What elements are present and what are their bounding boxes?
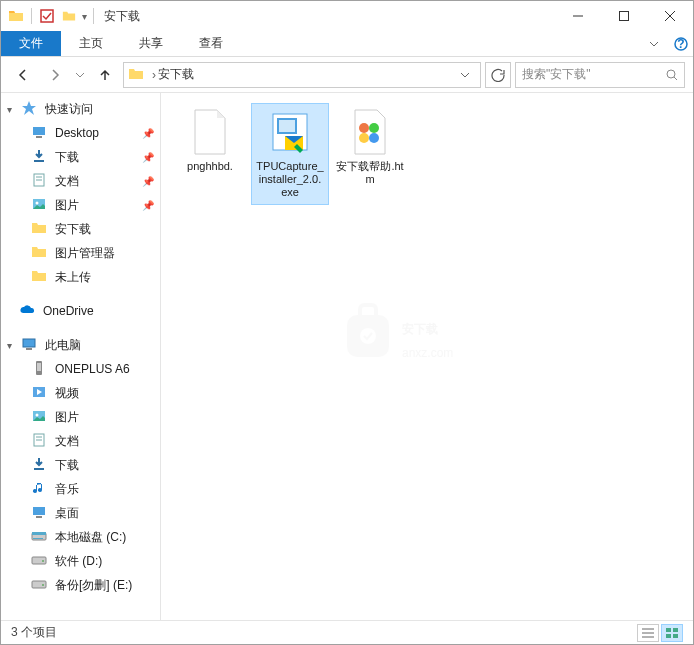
tab-share[interactable]: 共享 [121,31,181,56]
svg-point-43 [359,133,369,143]
sidebar-item[interactable]: 视频 [1,381,160,405]
sidebar-quick-access[interactable]: ▾ 快速访问 [1,97,160,121]
sidebar-item[interactable]: 备份[勿删] (E:) [1,573,160,597]
forward-button[interactable] [41,61,69,89]
file-item[interactable]: 安下载帮助.htm [331,103,409,205]
videos-icon [31,384,49,402]
file-icon [346,108,394,156]
svg-rect-33 [32,557,46,564]
sidebar-label: 视频 [55,385,79,402]
view-switcher [637,624,683,642]
file-pane[interactable]: pnghhbd.TPUCapture_installer_2.0.exe安下载帮… [161,93,693,620]
sidebar-label: 下载 [55,149,79,166]
search-box[interactable]: 搜索"安下载" [515,62,685,88]
sidebar-item[interactable]: 未上传 [1,265,160,289]
breadcrumb-segment[interactable]: 安下载 [158,66,194,83]
file-item[interactable]: TPUCapture_installer_2.0.exe [251,103,329,205]
address-dropdown-icon[interactable] [454,70,476,80]
svg-rect-55 [666,634,671,638]
file-grid: pnghhbd.TPUCapture_installer_2.0.exe安下载帮… [161,93,693,215]
pictures-icon [31,408,49,426]
chevron-right-icon[interactable]: › [152,68,156,82]
tab-home[interactable]: 主页 [61,31,121,56]
sidebar-label: 软件 (D:) [55,553,102,570]
sidebar-item[interactable]: Desktop📌 [1,121,160,145]
spacer [1,323,160,333]
downloads-icon [31,148,49,166]
svg-rect-46 [360,305,376,319]
sidebar-label: 此电脑 [45,337,81,354]
sidebar-label: 安下载 [55,221,91,238]
maximize-button[interactable] [601,1,647,31]
drive-icon [31,552,49,570]
close-button[interactable] [647,1,693,31]
file-item[interactable]: pnghhbd. [171,103,249,205]
help-icon[interactable]: ? [669,31,693,56]
sidebar-item[interactable]: 本地磁盘 (C:) [1,525,160,549]
desktop-icon [31,504,49,522]
desktop-icon [31,124,49,142]
svg-text:?: ? [677,37,684,51]
file-name: 安下载帮助.htm [336,160,404,186]
file-name: TPUCapture_installer_2.0.exe [256,160,324,200]
sidebar-item[interactable]: ONEPLUS A6 [1,357,160,381]
svg-point-42 [369,123,379,133]
back-button[interactable] [9,61,37,89]
sidebar-label: 下载 [55,457,79,474]
sidebar-item[interactable]: 下载 [1,453,160,477]
sidebar-label: 文档 [55,433,79,450]
address-bar[interactable]: › 安下载 [123,62,481,88]
sidebar-label: 图片管理器 [55,245,115,262]
sidebar-item[interactable]: 图片管理器 [1,241,160,265]
tab-file[interactable]: 文件 [1,31,61,56]
up-button[interactable] [91,61,119,89]
svg-rect-2 [620,12,629,21]
navigation-pane[interactable]: ▾ 快速访问 Desktop📌下载📌文档📌图片📌安下载图片管理器未上传 OneD… [1,93,161,620]
ribbon-expand-icon[interactable] [639,31,669,56]
file-name: pnghhbd. [187,160,233,173]
sidebar-item[interactable]: 文档 [1,429,160,453]
svg-line-8 [674,77,677,80]
svg-point-16 [36,202,39,205]
body: ▾ 快速访问 Desktop📌下载📌文档📌图片📌安下载图片管理器未上传 OneD… [1,93,693,620]
sidebar-item[interactable]: 图片 [1,405,160,429]
recent-dropdown[interactable] [73,61,87,89]
qat-dropdown-icon[interactable]: ▾ [82,11,87,22]
svg-rect-18 [26,348,32,350]
details-view-button[interactable] [637,624,659,642]
window-title: 安下载 [104,8,140,25]
folder-icon [31,244,49,262]
file-icon [266,108,314,156]
sidebar-item[interactable]: 软件 (D:) [1,549,160,573]
svg-rect-35 [32,581,46,588]
chevron-down-icon[interactable]: ▾ [7,340,19,351]
onedrive-icon [19,302,37,320]
folder-small-icon[interactable] [60,7,78,25]
separator [93,8,94,24]
refresh-button[interactable] [485,62,511,88]
documents-icon [31,432,49,450]
sidebar-label: 文档 [55,173,79,190]
svg-rect-45 [347,315,389,357]
sidebar-item[interactable]: 文档📌 [1,169,160,193]
sidebar-item[interactable]: 桌面 [1,501,160,525]
folder-icon [31,220,49,238]
svg-rect-27 [34,468,44,470]
tab-view[interactable]: 查看 [181,31,241,56]
checkbox-icon[interactable] [38,7,56,25]
chevron-down-icon[interactable]: ▾ [7,104,19,115]
sidebar-item[interactable]: 音乐 [1,477,160,501]
sidebar-item[interactable]: 图片📌 [1,193,160,217]
svg-rect-31 [33,538,43,539]
sidebar-item[interactable]: 安下载 [1,217,160,241]
minimize-button[interactable] [555,1,601,31]
statusbar: 3 个项目 [1,620,693,644]
sidebar-onedrive[interactable]: OneDrive [1,299,160,323]
sidebar-this-pc[interactable]: ▾ 此电脑 [1,333,160,357]
sidebar-label: 图片 [55,197,79,214]
svg-rect-9 [33,127,45,135]
sidebar-item[interactable]: 下载📌 [1,145,160,169]
sidebar-label: ONEPLUS A6 [55,362,130,376]
icons-view-button[interactable] [661,624,683,642]
pin-icon: 📌 [142,128,154,139]
